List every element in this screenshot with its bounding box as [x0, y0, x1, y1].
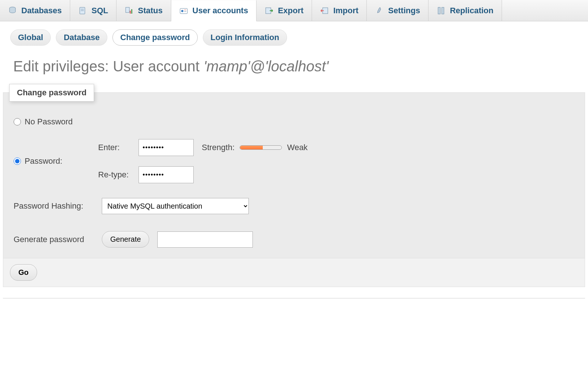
tab-label: Import [333, 6, 358, 15]
status-icon [125, 6, 133, 15]
divider [3, 298, 585, 298]
title-prefix: Edit privileges: User account [13, 58, 204, 74]
tab-settings[interactable]: Settings [367, 0, 429, 21]
tab-label: SQL [92, 6, 108, 15]
settings-icon [375, 6, 384, 15]
hashing-select[interactable]: Native MySQL authentication [102, 198, 249, 214]
no-password-radio[interactable] [14, 118, 21, 125]
generated-password-input[interactable] [157, 231, 253, 248]
export-icon [265, 6, 273, 15]
svg-rect-13 [438, 7, 440, 14]
no-password-label[interactable]: No Password [25, 117, 73, 127]
title-account: 'mamp'@'localhost' [204, 58, 329, 74]
svg-point-8 [181, 10, 183, 12]
import-icon [320, 6, 329, 15]
password-label[interactable]: Password: [25, 156, 62, 166]
tab-label: User accounts [193, 6, 248, 15]
subtab-global[interactable]: Global [10, 29, 51, 46]
tab-databases[interactable]: Databases [0, 0, 70, 21]
subtab-login-info[interactable]: Login Information [203, 29, 287, 46]
svg-rect-5 [130, 11, 131, 14]
tab-sql[interactable]: SQL [70, 0, 116, 21]
retype-label: Re-type: [98, 170, 139, 180]
password-radio[interactable] [14, 157, 21, 165]
strength-meter [240, 145, 282, 150]
fieldset-legend: Change password [9, 84, 94, 102]
top-tabs: Databases SQL Status User accounts Expor… [0, 0, 588, 21]
go-button[interactable]: Go [10, 264, 37, 281]
generate-button[interactable]: Generate [102, 231, 149, 248]
sql-icon [78, 6, 87, 15]
footer-bar: Go [3, 258, 585, 287]
tab-label: Settings [388, 6, 420, 15]
strength-label: Strength: [202, 143, 234, 152]
svg-rect-14 [442, 7, 444, 14]
hashing-label: Password Hashing: [14, 201, 102, 211]
subtab-database[interactable]: Database [56, 29, 107, 46]
svg-rect-4 [126, 7, 129, 13]
replication-icon [437, 6, 445, 15]
tab-user-accounts[interactable]: User accounts [171, 0, 257, 21]
svg-rect-6 [131, 9, 132, 14]
change-password-fieldset: Change password No Password Password: En… [3, 92, 585, 258]
strength-text: Weak [287, 143, 308, 152]
enter-label: Enter: [98, 143, 139, 152]
tab-import[interactable]: Import [312, 0, 367, 21]
generate-label: Generate password [14, 235, 102, 244]
tab-label: Export [278, 6, 304, 15]
password-retype-input[interactable] [139, 166, 194, 183]
tab-status[interactable]: Status [116, 0, 171, 21]
tab-label: Replication [450, 6, 494, 15]
subtab-change-password[interactable]: Change password [112, 29, 197, 46]
password-enter-input[interactable] [139, 139, 194, 156]
user-accounts-icon [179, 6, 188, 15]
tab-label: Status [138, 6, 162, 15]
tab-label: Databases [21, 6, 62, 15]
tab-export[interactable]: Export [257, 0, 312, 21]
tab-replication[interactable]: Replication [429, 0, 502, 21]
sub-tabs: Global Database Change password Login In… [0, 21, 588, 49]
page-title: Edit privileges: User account 'mamp'@'lo… [0, 49, 588, 86]
database-icon [8, 6, 17, 15]
